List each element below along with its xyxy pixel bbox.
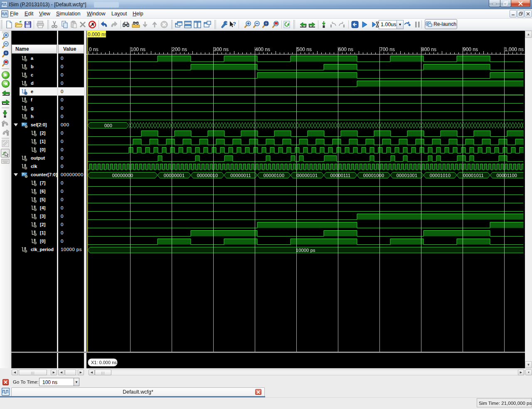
svg-text:400 ns: 400 ns bbox=[255, 47, 270, 52]
svg-text:00001100: 00001100 bbox=[496, 173, 517, 178]
svg-text:00001001: 00001001 bbox=[397, 173, 418, 178]
svg-text:00001000: 00001000 bbox=[363, 173, 384, 178]
svg-text:00001011: 00001011 bbox=[463, 173, 484, 178]
svg-text:500 ns: 500 ns bbox=[297, 47, 312, 52]
svg-text:10000 ps: 10000 ps bbox=[296, 248, 315, 253]
svg-text:900 ns: 900 ns bbox=[463, 47, 478, 52]
svg-text:00000000: 00000000 bbox=[112, 173, 133, 178]
svg-text:1,000 ns: 1,000 ns bbox=[505, 47, 524, 52]
svg-text:00000111: 00000111 bbox=[330, 173, 351, 178]
svg-text:00000101: 00000101 bbox=[297, 173, 318, 178]
svg-text:700 ns: 700 ns bbox=[380, 47, 395, 52]
svg-text:00000010: 00000010 bbox=[197, 173, 218, 178]
svg-text:0 ns: 0 ns bbox=[89, 47, 99, 52]
svg-text:00001010: 00001010 bbox=[430, 173, 451, 178]
svg-text:00000011: 00000011 bbox=[230, 173, 251, 178]
svg-text:00000100: 00000100 bbox=[264, 173, 285, 178]
svg-text:300 ns: 300 ns bbox=[214, 47, 229, 52]
svg-text:000: 000 bbox=[104, 123, 112, 128]
svg-text:0.000 ns: 0.000 ns bbox=[88, 32, 107, 37]
svg-text:X1: 0.000 ns: X1: 0.000 ns bbox=[91, 360, 117, 365]
svg-text:?: ? bbox=[233, 21, 236, 27]
svg-text:600 ns: 600 ns bbox=[338, 47, 353, 52]
svg-text:800 ns: 800 ns bbox=[421, 47, 436, 52]
svg-text:00000001: 00000001 bbox=[164, 173, 185, 178]
svg-text:200 ns: 200 ns bbox=[172, 47, 187, 52]
svg-text:100 ns: 100 ns bbox=[131, 47, 145, 52]
